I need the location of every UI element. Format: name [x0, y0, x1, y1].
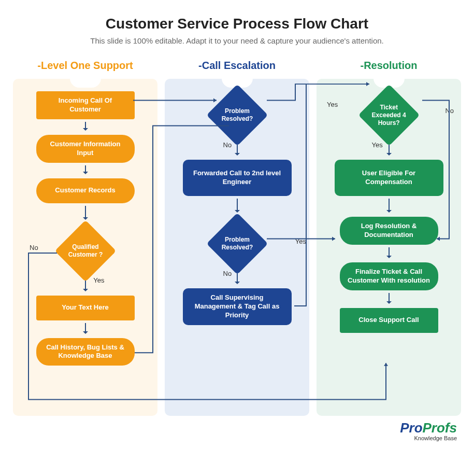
diamond-problem-resolved-1: Problem Resolved? — [206, 85, 268, 146]
edge-label-yes: Yes — [295, 237, 306, 245]
node-close-support-call: Close Support Call — [340, 308, 438, 333]
lane-body-escalation: Problem Resolved? No Forwarded Call to 2… — [165, 79, 309, 416]
diamond-qualified-customer: Qualified Customer ? — [54, 220, 116, 282]
arrow-down-icon — [237, 199, 238, 212]
arrow-down-icon — [85, 281, 86, 291]
lane-header-resolution: -Resolution — [361, 60, 418, 72]
node-finalize-ticket: Finalize Ticket & Call Customer With res… — [340, 262, 438, 290]
arrow-down-icon — [85, 165, 86, 174]
node-forward-2nd-level: Forwarded Call to 2nd level Engineer — [183, 160, 292, 196]
edge-label-no: No — [223, 270, 232, 277]
node-your-text-here: Your Text Here — [36, 296, 135, 320]
brand-logo: ProProfs Knowledge Base — [400, 421, 457, 441]
arrow-down-icon — [85, 323, 86, 333]
diamond-text: Ticket Exceeded 4 Hours? — [367, 104, 411, 127]
footer: ProProfs Knowledge Base — [13, 416, 461, 441]
node-user-compensation: User Eligible For Compensation — [335, 160, 443, 196]
edge-no-wrap: No — [237, 142, 238, 160]
lane-header-level-one: -Level One Support — [37, 60, 133, 72]
diamond-problem-resolved-2: Problem Resolved? — [206, 213, 268, 275]
diamond-ticket-exceeded: Ticket Exceeded 4 Hours? — [358, 85, 420, 146]
edge-label-yes: Yes — [372, 141, 383, 149]
diamond-text: Qualified Customer ? — [64, 243, 107, 259]
arrow-down-icon — [237, 145, 238, 155]
diamond-text: Problem Resolved? — [216, 236, 259, 251]
node-log-resolution: Log Resolution & Documentation — [340, 217, 438, 245]
brand-profs: Profs — [423, 420, 457, 436]
arrow-down-icon — [237, 273, 238, 284]
lanes: -Level One Support Incoming Call Of Cust… — [13, 60, 461, 416]
node-customer-records: Customer Records — [36, 178, 135, 203]
node-customer-input: Customer Information Input — [36, 135, 135, 163]
decision-problem-resolved-1: Problem Resolved? — [169, 91, 305, 142]
lane-level-one: -Level One Support Incoming Call Of Cust… — [13, 60, 157, 416]
node-incoming-call: Incoming Call Of Customer — [36, 91, 135, 119]
decision-ticket-exceeded: Yes Ticket Exceeded 4 Hours? No — [321, 91, 457, 142]
diamond-text: Problem Resolved? — [216, 107, 259, 123]
node-call-history: Call History, Bug Lists & Knowledge Base — [36, 338, 135, 366]
arrow-down-icon — [85, 122, 86, 130]
lane-body-resolution: Yes Ticket Exceeded 4 Hours? No Yes User… — [317, 79, 461, 416]
lane-call-escalation: -Call Escalation Problem Resolved? No Fo… — [165, 60, 309, 416]
notch-icon — [70, 78, 101, 88]
lane-resolution: -Resolution Yes Ticket Exceeded 4 Hours?… — [317, 60, 461, 416]
edge-label-yes: Yes — [327, 101, 338, 108]
edge-label-no: No — [30, 244, 38, 251]
arrow-down-icon — [389, 199, 390, 212]
lane-header-escalation: -Call Escalation — [198, 60, 276, 72]
brand-pro: Pro — [400, 420, 422, 436]
decision-problem-resolved-2: Problem Resolved? Yes — [169, 217, 305, 271]
arrow-down-icon — [85, 206, 86, 219]
arrow-down-icon — [389, 247, 390, 258]
edge-label-yes: Yes — [93, 276, 104, 284]
arrow-down-icon — [389, 293, 390, 303]
lane-body-level-one: Incoming Call Of Customer Customer Infor… — [13, 79, 157, 416]
header: Customer Service Process Flow Chart This… — [13, 16, 461, 45]
edge-yes-wrap: Yes — [389, 142, 390, 160]
edge-label-no: No — [445, 107, 454, 115]
page-title: Customer Service Process Flow Chart — [13, 16, 461, 32]
brand-name: ProProfs — [400, 421, 457, 435]
arrow-down-icon — [389, 145, 390, 155]
edge-no-wrap: No — [237, 271, 238, 288]
page-subtitle: This slide is 100% editable. Adapt it to… — [13, 36, 461, 45]
brand-subtitle: Knowledge Base — [400, 436, 457, 441]
decision-qualified-customer: No Qualified Customer ? Yes — [17, 224, 153, 278]
node-call-supervising: Call Supervising Management & Tag Call a… — [183, 288, 292, 325]
edge-label-no: No — [223, 141, 232, 149]
